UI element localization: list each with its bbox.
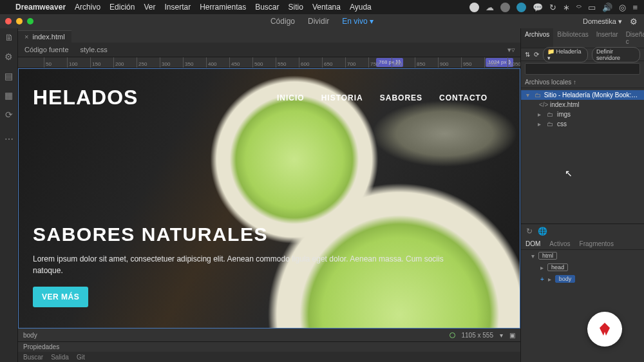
- define-server-button[interactable]: Definir servidore: [592, 47, 640, 62]
- history-icon[interactable]: ↻: [549, 3, 556, 12]
- tab-fragmentos[interactable]: Fragmentos: [575, 238, 618, 249]
- close-tab-icon[interactable]: ×: [24, 33, 28, 41]
- chevron-down-icon: ▾: [525, 91, 531, 99]
- editor-area: × index.html Código fuente style.css ▾▿ …: [18, 28, 520, 362]
- domestika-badge[interactable]: [587, 312, 622, 347]
- close-window-icon[interactable]: [5, 18, 12, 24]
- menu-buscar[interactable]: Buscar: [255, 3, 279, 12]
- related-css[interactable]: style.css: [80, 46, 108, 53]
- filter-input[interactable]: [525, 63, 640, 75]
- ruler-tick: 350: [183, 57, 193, 68]
- tab-git[interactable]: Git: [77, 354, 85, 361]
- ruler-tick: 300: [160, 57, 170, 68]
- local-files-header[interactable]: Archivos locales ↑: [521, 77, 644, 88]
- display-icon[interactable]: ▭: [588, 3, 596, 12]
- related-source[interactable]: Código fuente: [24, 46, 69, 53]
- view-code-button[interactable]: Código: [270, 17, 295, 26]
- settings-icon[interactable]: ⚙: [5, 52, 13, 62]
- filter-icon[interactable]: ▾▿: [507, 46, 515, 54]
- tray-icon[interactable]: [500, 3, 510, 12]
- tree-site-root[interactable]: ▾ 🗀 Sitio - Heladería (Monky Book:Users:…: [521, 90, 644, 100]
- right-panel-tabs: Archivos Bibliotecas Insertar Diseñador …: [521, 28, 644, 48]
- ruler-tick: 450: [229, 57, 240, 68]
- refresh-icon[interactable]: ↻: [526, 227, 533, 236]
- minimize-window-icon[interactable]: [16, 18, 23, 24]
- tab-archivos[interactable]: Archivos: [521, 28, 553, 48]
- file-tab-index[interactable]: × index.html: [18, 30, 71, 43]
- menu-herramientas[interactable]: Herramientas: [200, 3, 246, 12]
- file-tree: ▾ 🗀 Sitio - Heladería (Monky Book:Users:…: [521, 88, 644, 131]
- bluetooth-icon[interactable]: ∗: [563, 3, 570, 12]
- nav-inicio[interactable]: INICIO: [277, 93, 305, 102]
- wifi-icon[interactable]: ⌔: [576, 3, 582, 12]
- view-live-button[interactable]: En vivo ▾: [342, 17, 374, 26]
- tag-selector-bar: body 1105 x 555 ▾ ▣: [18, 329, 520, 341]
- menu-icon[interactable]: ≡: [632, 3, 638, 12]
- ruler-tick: 400: [206, 57, 216, 68]
- nav-contacto[interactable]: CONTACTO: [439, 93, 488, 102]
- menu-ventana[interactable]: Ventana: [312, 3, 341, 12]
- maximize-window-icon[interactable]: [27, 18, 33, 24]
- properties-panel-header[interactable]: Propiedades: [18, 341, 520, 352]
- insert-icon[interactable]: ▦: [5, 90, 13, 100]
- macos-menubar: Dreamweaver Archivo Edición Ver Insertar…: [0, 0, 644, 14]
- chat-icon[interactable]: 💬: [533, 3, 543, 12]
- dom-node-body[interactable]: body: [555, 275, 576, 283]
- more-icon[interactable]: ⋯: [5, 134, 14, 144]
- chevron-right-icon[interactable]: ▸: [540, 264, 544, 271]
- dom-panel: ↻ 🌐 DOM Activos Fragmentos ▾ html ▸ head…: [521, 224, 644, 362]
- cta-button[interactable]: VER MÁS: [33, 287, 88, 307]
- site-nav: INICIO HISTORIA SABORES CONTACTO: [277, 93, 488, 102]
- volume-icon[interactable]: 🔊: [602, 3, 612, 12]
- tab-disenador[interactable]: Diseñador c: [622, 28, 644, 48]
- tree-file-index[interactable]: </> index.html: [521, 100, 644, 110]
- add-node-icon[interactable]: +: [540, 276, 544, 283]
- menu-ayuda[interactable]: Ayuda: [350, 3, 372, 12]
- sync-icon[interactable]: ⟳: [5, 110, 13, 120]
- tree-folder-imgs[interactable]: ▸ 🗀 imgs: [521, 110, 644, 119]
- sync-icon[interactable]: ⟳: [534, 51, 539, 58]
- menu-sitio[interactable]: Sitio: [289, 3, 303, 12]
- ruler-tick: 250: [137, 57, 147, 68]
- menu-edicion[interactable]: Edición: [109, 3, 135, 12]
- view-split-button[interactable]: Dividir: [308, 17, 329, 26]
- menu-insertar[interactable]: Insertar: [164, 3, 191, 12]
- nav-sabores[interactable]: SABORES: [380, 93, 422, 102]
- tab-dom[interactable]: DOM: [521, 238, 545, 249]
- tab-bibliotecas[interactable]: Bibliotecas: [553, 28, 592, 48]
- live-preview[interactable]: HELADOS INICIO HISTORIA SABORES CONTACTO…: [18, 68, 520, 329]
- ruler-tick: 500: [252, 57, 263, 68]
- tab-activos[interactable]: Activos: [545, 238, 574, 249]
- tray-icon[interactable]: [469, 3, 479, 12]
- dom-node-head[interactable]: head: [547, 263, 568, 271]
- tag-body[interactable]: body: [23, 332, 37, 339]
- viewport-size[interactable]: 1105 x 555: [462, 332, 494, 339]
- globe-icon[interactable]: 🌐: [538, 227, 547, 236]
- workspace-switcher[interactable]: Domestika ▾: [583, 17, 622, 26]
- assets-icon[interactable]: ▤: [5, 71, 13, 81]
- chevron-down-icon[interactable]: ▾: [531, 252, 535, 260]
- cloud-icon[interactable]: ☁: [486, 3, 494, 12]
- dom-node-html[interactable]: html: [538, 252, 557, 260]
- nav-historia[interactable]: HISTORIA: [321, 93, 363, 102]
- ruler[interactable]: 768 px ⟫⟫ 1024 px ⟫ 50100150200250300350…: [18, 57, 520, 68]
- chevron-down-icon[interactable]: ▾: [500, 332, 503, 339]
- chevron-right-icon[interactable]: ▸: [548, 276, 551, 283]
- input-icon[interactable]: ◎: [619, 3, 626, 12]
- settings-icon[interactable]: ⚙: [630, 17, 638, 26]
- site-dropdown[interactable]: 📁 Heladería ▾: [543, 47, 588, 62]
- macos-tray: ☁ 💬 ↻ ∗ ⌔ ▭ 🔊 ◎ ≡: [469, 3, 638, 12]
- ftp-icon[interactable]: ⇅: [525, 51, 530, 58]
- device-preview-icon[interactable]: ▣: [509, 332, 515, 339]
- tray-icon[interactable]: [516, 3, 526, 12]
- tab-buscar[interactable]: Buscar: [23, 354, 43, 361]
- app-name[interactable]: Dreamweaver: [15, 3, 66, 12]
- file-icon[interactable]: 🗎: [5, 32, 14, 43]
- file-tab-label: index.html: [32, 33, 64, 41]
- menu-ver[interactable]: Ver: [144, 3, 155, 12]
- tab-salida[interactable]: Salida: [51, 354, 69, 361]
- tree-folder-css[interactable]: ▸ 🗀 css: [521, 119, 644, 129]
- right-panel: Archivos Bibliotecas Insertar Diseñador …: [520, 28, 644, 362]
- tab-insertar[interactable]: Insertar: [592, 28, 622, 48]
- menu-archivo[interactable]: Archivo: [75, 3, 100, 12]
